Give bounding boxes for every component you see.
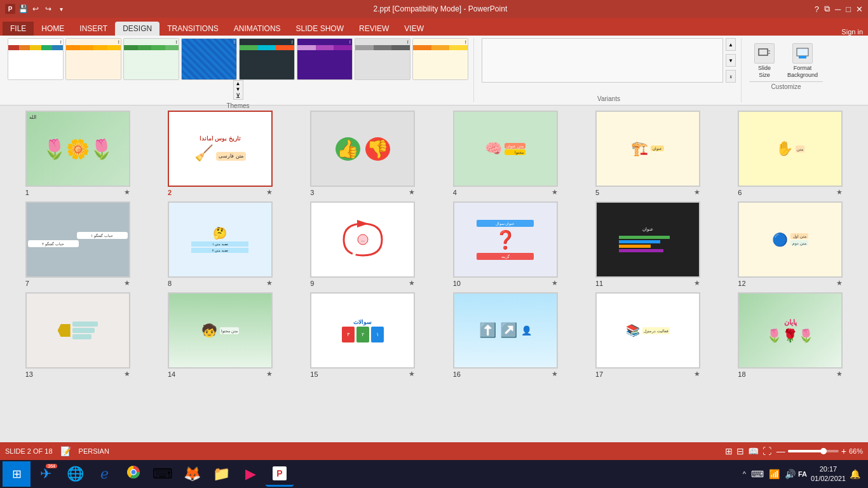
- normal-view-icon[interactable]: ⊞: [725, 446, 733, 456]
- slide-item-7[interactable]: حباب گفتگو ۱ حباب گفتگو ۲ 7 ★: [10, 201, 145, 287]
- slide-thumb-10[interactable]: عنوان سوال ❓ گزینه: [453, 201, 558, 278]
- slide-thumb-5[interactable]: 🏗️ عنوان: [595, 111, 700, 187]
- variants-scroll-down[interactable]: ▼: [726, 54, 736, 67]
- slide-thumb-14[interactable]: 🧒 متن محتوا: [168, 292, 273, 369]
- variants-scroll[interactable]: ▲ ▼ ⊻: [726, 38, 736, 83]
- taskbar-ie[interactable]: ℯ: [90, 461, 118, 487]
- slide-thumb-18[interactable]: پایان 🌷🌹🌷: [738, 292, 843, 369]
- tray-volume-icon[interactable]: 🔊: [785, 469, 796, 479]
- slide-thumb-16[interactable]: ⬆️ ↗️ 👤: [453, 292, 558, 369]
- tab-home[interactable]: HOME: [34, 22, 72, 36]
- slide-thumb-6[interactable]: ✋ متن: [738, 111, 843, 187]
- taskbar-powerpoint[interactable]: P: [266, 461, 294, 487]
- tab-slideshow[interactable]: SLIDE SHOW: [288, 22, 351, 36]
- customize-quick-access-icon[interactable]: ▾: [56, 4, 66, 14]
- slide-item-8[interactable]: 🤔 جعبه متن ۱ جعبه متن ۲ 8 ★: [153, 201, 287, 287]
- save-icon[interactable]: 💾: [18, 4, 28, 14]
- slide-item-15[interactable]: سوالات ۳ ۲ ۱ 15 ★: [295, 292, 430, 378]
- variants-scroll-up[interactable]: ▲: [726, 38, 736, 51]
- notes-icon[interactable]: 📝: [60, 446, 71, 456]
- tray-network-icon[interactable]: 📶: [769, 469, 780, 479]
- slide-item-11[interactable]: عنوان 11 ★: [580, 201, 715, 287]
- slide-thumb-11[interactable]: عنوان: [595, 201, 700, 278]
- theme-3[interactable]: آ: [123, 38, 179, 80]
- slide-item-17[interactable]: 📚 فعالیت در منزل 17 ★: [580, 292, 715, 378]
- variants-scroll-more[interactable]: ⊻: [726, 70, 736, 83]
- undo-icon[interactable]: ↩: [31, 4, 41, 14]
- close-icon[interactable]: ✕: [856, 4, 863, 14]
- theme-6[interactable]: آ: [297, 38, 353, 80]
- tray-expand-icon[interactable]: ^: [743, 470, 746, 478]
- restore-icon[interactable]: ⧉: [824, 4, 830, 14]
- slide-item-3[interactable]: 👍 👎 3 ★: [295, 111, 430, 196]
- slide-thumb-4[interactable]: 🧠 متن عنوان محتوا: [453, 111, 558, 187]
- help-icon[interactable]: ?: [815, 4, 819, 14]
- zoom-out-button[interactable]: —: [776, 446, 785, 456]
- slide-thumb-13[interactable]: [25, 292, 130, 369]
- format-background-button[interactable]: FormatBackground: [782, 41, 823, 81]
- zoom-slider[interactable]: [788, 450, 839, 452]
- slide-size-button[interactable]: SlideSize: [749, 41, 780, 81]
- zoom-in-button[interactable]: +: [841, 446, 846, 456]
- slide-thumb-3[interactable]: 👍 👎: [310, 111, 415, 187]
- start-button[interactable]: ⊞: [3, 461, 31, 487]
- tab-design[interactable]: DESIGN: [115, 22, 159, 36]
- slide-thumb-8[interactable]: 🤔 جعبه متن ۱ جعبه متن ۲: [168, 201, 273, 278]
- time-display: 20:17 01/02/2021: [811, 464, 846, 484]
- status-right: ⊞ ⊟ 📖 ⛶ — + 66%: [725, 446, 863, 456]
- theme-5[interactable]: آ: [239, 38, 295, 80]
- theme-8[interactable]: آ: [412, 38, 468, 80]
- minimize-icon[interactable]: ─: [835, 4, 841, 14]
- tab-view[interactable]: VIEW: [397, 22, 431, 36]
- theme-1[interactable]: آ: [8, 38, 64, 80]
- maximize-icon[interactable]: □: [846, 4, 851, 14]
- theme-7[interactable]: آ: [355, 38, 410, 80]
- theme-2[interactable]: آ: [65, 38, 121, 80]
- slide-item-18[interactable]: پایان 🌷🌹🌷 18 ★: [723, 292, 858, 378]
- slide-item-5[interactable]: 🏗️ عنوان 5 ★: [580, 111, 715, 196]
- slide-item-14[interactable]: 🧒 متن محتوا 14 ★: [153, 292, 287, 378]
- slide-thumb-12[interactable]: 🔵 متن اول متن دوم: [738, 201, 843, 278]
- slideshow-view-icon[interactable]: ⛶: [763, 446, 771, 456]
- reading-view-icon[interactable]: 📖: [748, 446, 759, 456]
- slide-item-4[interactable]: 🧠 متن عنوان محتوا 4 ★: [438, 111, 573, 196]
- slide-item-9[interactable]: ... 9 ★: [295, 201, 430, 287]
- grid-view-icon[interactable]: ⊟: [736, 446, 744, 456]
- taskbar-telegram[interactable]: ✈ 364: [32, 461, 60, 487]
- taskbar-browser1[interactable]: 🌐: [61, 461, 89, 487]
- tab-insert[interactable]: INSERT: [72, 22, 115, 36]
- tab-animations[interactable]: ANIMATIONS: [226, 22, 288, 36]
- zoom-level: 66%: [849, 447, 863, 455]
- slide-thumb-1[interactable]: 🌷🌼🌷 الله: [25, 111, 130, 187]
- themes-scroll[interactable]: ▲ ▼ ⊻: [233, 80, 243, 100]
- taskbar-media[interactable]: ▶: [236, 461, 264, 487]
- slide-item-13[interactable]: 13 ★: [10, 292, 145, 378]
- notification-icon[interactable]: 🔔: [850, 469, 860, 479]
- slide-thumb-2[interactable]: تاریخ بوس اماندا 🧹 متن فارسی: [168, 111, 273, 187]
- theme-4[interactable]: آ: [181, 38, 237, 80]
- slide-item-10[interactable]: عنوان سوال ❓ گزینه 10 ★: [438, 201, 573, 287]
- slide-item-2[interactable]: تاریخ بوس اماندا 🧹 متن فارسی 2 ★: [153, 111, 287, 196]
- slide-num-16: 16: [453, 370, 461, 378]
- slide-item-16[interactable]: ⬆️ ↗️ 👤 16 ★: [438, 292, 573, 378]
- sign-in-button[interactable]: Sign in: [841, 28, 863, 36]
- tab-file[interactable]: FILE: [3, 22, 34, 36]
- slide-item-6[interactable]: ✋ متن 6 ★: [723, 111, 858, 196]
- slide-info-4: 4 ★: [453, 188, 558, 196]
- taskbar-firefox[interactable]: 🦊: [178, 461, 206, 487]
- tray-keyboard-icon[interactable]: ⌨: [751, 469, 764, 479]
- slide-thumb-7[interactable]: حباب گفتگو ۱ حباب گفتگو ۲: [25, 201, 130, 278]
- slide-thumb-17[interactable]: 📚 فعالیت در منزل: [595, 292, 700, 369]
- slide-thumb-9[interactable]: ...: [310, 201, 415, 278]
- redo-icon[interactable]: ↪: [43, 4, 53, 14]
- tab-review[interactable]: REVIEW: [351, 22, 397, 36]
- tab-transitions[interactable]: TRANSITIONS: [159, 22, 226, 36]
- slide-item-12[interactable]: 🔵 متن اول متن دوم 12 ★: [723, 201, 858, 287]
- slide-item-1[interactable]: 🌷🌼🌷 الله 1 ★: [10, 111, 145, 196]
- slide-thumb-15[interactable]: سوالات ۳ ۲ ۱: [310, 292, 415, 369]
- taskbar-keyboard[interactable]: ⌨: [149, 461, 177, 487]
- taskbar-folder[interactable]: 📁: [207, 461, 235, 487]
- slide-star-13: ★: [124, 370, 130, 378]
- taskbar-chrome[interactable]: [119, 461, 147, 487]
- slide-star-6: ★: [836, 188, 843, 196]
